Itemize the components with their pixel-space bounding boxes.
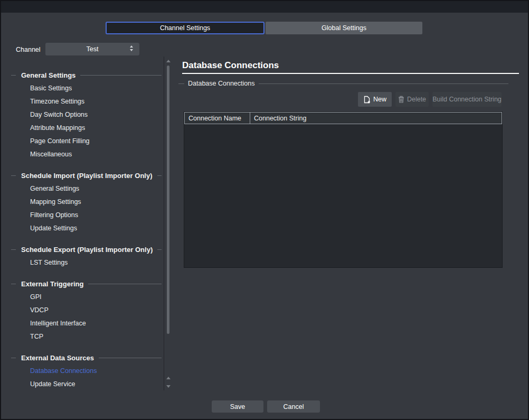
sidebar-item-filtering-options[interactable]: Filtering Options	[1, 209, 164, 222]
new-button[interactable]: New	[358, 92, 392, 107]
channel-label: Channel	[16, 46, 41, 53]
connections-table-header: Connection NameConnection String	[184, 112, 502, 124]
scroll-down-icon[interactable]	[166, 385, 171, 388]
sidebar-item-update-settings[interactable]: Update Settings	[1, 222, 164, 235]
sidebar-section-title-schedule-import-playlist-importer-only: Schedule Import (Playlist Importer Only)	[1, 169, 164, 182]
section-line	[11, 175, 16, 176]
title-bar	[1, 1, 528, 13]
sidebar-section-title-general-settings: General Settings	[1, 69, 164, 82]
delete-button-label: Delete	[407, 96, 426, 103]
cancel-button[interactable]: Cancel	[267, 400, 320, 413]
tab-channel-settings[interactable]: Channel Settings	[106, 22, 264, 34]
section-line	[11, 249, 16, 250]
settings-tab-bar: Channel Settings Global Settings	[106, 22, 422, 34]
sidebar-item-timezone-settings[interactable]: Timezone Settings	[1, 95, 164, 108]
groupbox-label: Database Connections	[188, 80, 254, 87]
sidebar-item-miscellaneous[interactable]: Miscellaneous	[1, 148, 164, 161]
sidebar-divider	[164, 57, 164, 390]
channel-select[interactable]: Test	[45, 43, 139, 55]
sidebar-item-intelligent-interface[interactable]: Intelligent Interface	[1, 317, 164, 330]
section-line	[11, 75, 16, 76]
sidebar-nav: General SettingsBasic SettingsTimezone S…	[1, 69, 164, 399]
build-button-label: Build Connection String	[432, 96, 502, 103]
sidebar-item-general-settings[interactable]: General Settings	[1, 182, 164, 195]
delete-button[interactable]: Delete	[395, 92, 429, 107]
new-button-label: New	[373, 96, 386, 103]
sidebar-section-general-settings: General SettingsBasic SettingsTimezone S…	[1, 69, 164, 161]
connections-table: Connection NameConnection String	[184, 111, 503, 268]
channel-select-value: Test	[87, 45, 99, 53]
app-window: Channel Settings Global Settings Channel…	[0, 0, 529, 420]
section-line	[99, 358, 162, 358]
build-connection-string-button[interactable]: Build Connection String	[432, 92, 502, 107]
sidebar-item-basic-settings[interactable]: Basic Settings	[1, 82, 164, 95]
updown-spinner-icon	[130, 45, 133, 51]
section-line	[11, 358, 16, 358]
section-line	[157, 175, 162, 176]
sidebar-section-external-triggering: External TriggeringGPIVDCPIntelligent In…	[1, 277, 164, 343]
sidebar-item-page-content-filling[interactable]: Page Content Filling	[1, 135, 164, 148]
sidebar-scrollbar-thumb[interactable]	[167, 66, 169, 334]
title-underline	[182, 73, 519, 74]
sidebar-item-vdcp[interactable]: VDCP	[1, 304, 164, 317]
section-title-text: External Data Sources	[21, 354, 94, 362]
section-line	[88, 284, 162, 284]
section-title-text: External Triggering	[21, 280, 83, 288]
section-title-text: Schedule Export (Playlist Importer Only)	[21, 246, 153, 254]
sidebar-item-lst-settings[interactable]: LST Settings	[1, 256, 164, 269]
sidebar-item-database-connections[interactable]: Database Connections	[1, 365, 164, 378]
sidebar-item-tcp[interactable]: TCP	[1, 330, 164, 343]
tab-global-settings[interactable]: Global Settings	[266, 22, 422, 34]
section-line	[80, 75, 162, 76]
sidebar-section-schedule-export-playlist-importer-only: Schedule Export (Playlist Importer Only)…	[1, 243, 164, 269]
connections-table-body[interactable]	[184, 124, 502, 267]
connections-toolbar: New Delete Build Connection String	[358, 92, 502, 107]
scroll-up-icon[interactable]	[166, 60, 171, 62]
sidebar-item-gpi[interactable]: GPI	[1, 291, 164, 304]
groupbox-line	[178, 83, 184, 84]
sidebar-section-title-external-data-sources: External Data Sources	[1, 351, 164, 365]
section-title-text: General Settings	[21, 71, 75, 79]
column-header-connection-name[interactable]: Connection Name	[185, 113, 250, 124]
sidebar-item-mapping-settings[interactable]: Mapping Settings	[1, 195, 164, 209]
save-button[interactable]: Save	[212, 400, 263, 413]
sidebar-item-attribute-mappings[interactable]: Attribute Mappings	[1, 122, 164, 135]
sidebar-section-title-external-triggering: External Triggering	[1, 277, 164, 291]
scroll-up-icon[interactable]	[166, 377, 171, 379]
groupbox-database-connections: Database Connections	[178, 79, 508, 88]
sidebar-item-update-service[interactable]: Update Service	[1, 378, 164, 391]
page-title: Database Connections	[182, 60, 279, 71]
section-line	[11, 284, 16, 284]
column-header-connection-string[interactable]: Connection String	[250, 113, 502, 124]
sidebar-section-title-schedule-export-playlist-importer-only: Schedule Export (Playlist Importer Only)	[1, 243, 164, 256]
sidebar-item-day-switch-options[interactable]: Day Switch Options	[1, 108, 164, 122]
groupbox-line	[259, 83, 508, 84]
section-title-text: Schedule Import (Playlist Importer Only)	[21, 172, 153, 180]
sidebar-section-external-data-sources: External Data SourcesDatabase Connection…	[1, 351, 164, 391]
trash-icon	[398, 96, 404, 103]
section-line	[157, 249, 162, 250]
new-file-icon	[363, 96, 371, 104]
sidebar-section-schedule-import-playlist-importer-only: Schedule Import (Playlist Importer Only)…	[1, 169, 164, 235]
